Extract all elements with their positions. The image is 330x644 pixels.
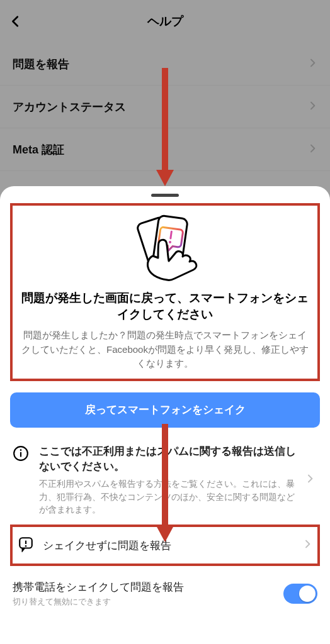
- toggle-title: 携帯電話をシェイクして問題を報告: [13, 580, 283, 594]
- sheet-title: 問題が発生した画面に戻って、スマートフォンをシェイクしてください: [19, 290, 311, 322]
- sheet-grabber[interactable]: [151, 194, 179, 197]
- bottom-sheet: 問題が発生した画面に戻って、スマートフォンをシェイクしてください 問題が発生しま…: [0, 186, 330, 644]
- svg-line-2: [171, 231, 172, 238]
- info-icon: [13, 444, 30, 464]
- report-icon: [18, 536, 34, 555]
- report-without-shake-row[interactable]: シェイクせずに問題を報告: [10, 525, 320, 566]
- svg-point-9: [25, 545, 27, 547]
- info-title: ここでは不正利用またはスパムに関する報告は送信しないでください。: [39, 444, 296, 474]
- shake-phone-illustration-icon: [118, 212, 212, 284]
- chevron-right-icon: [302, 539, 312, 552]
- go-back-shake-button[interactable]: 戻ってスマートフォンをシェイク: [10, 392, 320, 428]
- svg-point-6: [20, 449, 22, 451]
- abuse-spam-notice[interactable]: ここでは不正利用またはスパムに関する報告は送信しないでください。 不正利用やスパ…: [10, 444, 320, 516]
- shake-toggle-switch[interactable]: [283, 584, 317, 604]
- sheet-description: 問題が発生しましたか？問題の発生時点でスマートフォンをシェイクしていただくと、F…: [16, 328, 314, 371]
- shake-to-report-toggle-row: 携帯電話をシェイクして問題を報告 切り替えて無効にできます: [10, 580, 320, 608]
- report-without-shake-label: シェイクせずに問題を報告: [43, 538, 293, 553]
- info-description: 不正利用やスパムを報告する方法をご覧ください。これには、暴力、犯罪行為、不快なコ…: [39, 477, 296, 516]
- toggle-subtitle: 切り替えて無効にできます: [13, 596, 283, 608]
- hero-highlight-box: 問題が発生した画面に戻って、スマートフォンをシェイクしてください 問題が発生しま…: [10, 203, 320, 381]
- chevron-right-icon: [305, 474, 317, 486]
